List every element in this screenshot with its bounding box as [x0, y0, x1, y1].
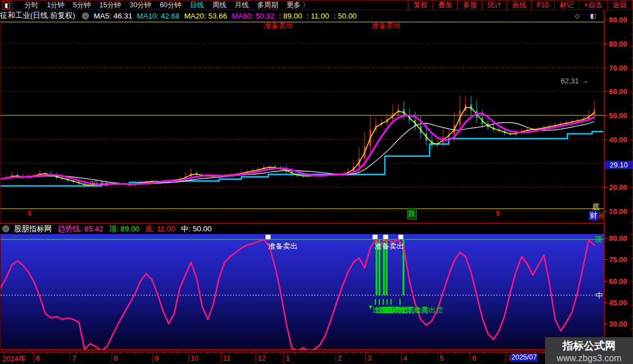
time-tick	[120, 352, 120, 354]
window-panel-icon[interactable]: ◧	[2, 1, 12, 10]
time-label-2: 6	[36, 354, 40, 362]
menu-item-10[interactable]: 多周期	[257, 1, 278, 10]
menu-item-4[interactable]: 15分钟	[99, 1, 121, 10]
tool-menu: 复权叠加多股统计画线F10标记+自选返回	[408, 1, 632, 10]
chart-corner-icons[interactable]: ◇ ◧	[575, 12, 601, 20]
time-tick	[83, 352, 84, 354]
tool-menu-item-4[interactable]: 统计	[482, 1, 506, 10]
axis-minor-tick	[630, 22, 632, 23]
tool-menu-item-7[interactable]: 标记	[554, 1, 579, 10]
ma-value-7: : 50.00	[334, 12, 357, 20]
time-label-10: 2	[338, 354, 342, 362]
collapse-chevron-icon[interactable]: ⌄	[2, 225, 10, 232]
axis-minor-tick	[630, 164, 632, 164]
time-tick	[455, 352, 455, 354]
watermark-url: www.zbgs3.com	[545, 353, 633, 363]
time-tick	[477, 352, 477, 354]
signal-tick	[387, 299, 388, 305]
menu-item-9[interactable]: 月线	[235, 1, 249, 10]
indicator-value-3: 顶: 89.00	[109, 225, 139, 233]
axis-minor-tick	[630, 116, 632, 117]
time-tick	[448, 352, 448, 354]
trend-oscillator-chart	[1, 234, 604, 350]
indicator-value-2: 趋势线: 85.42	[58, 225, 104, 233]
axis-minor-tick	[630, 69, 632, 70]
axis-minor-tick	[630, 105, 632, 105]
time-tick	[484, 352, 485, 354]
chart-annotation-2: 准备卖出	[371, 21, 401, 31]
time-tick	[164, 352, 164, 354]
tool-menu-item-5[interactable]: 画线	[506, 1, 531, 10]
menu-item-3[interactable]: 5分钟	[73, 1, 91, 10]
price-label: 50.00	[609, 111, 627, 120]
time-tick	[69, 352, 69, 354]
time-separator	[401, 352, 402, 363]
axis-minor-tick	[630, 46, 632, 46]
indicator-value-5: 中: 50.00	[181, 225, 212, 233]
axis-tick	[604, 302, 607, 303]
price-label: 90.00	[609, 16, 627, 24]
tool-menu-item-6[interactable]: F10	[531, 1, 554, 10]
price-axis: 90.0080.0070.0060.0050.0040.0020.0010.00…	[604, 10, 633, 353]
axis-minor-tick	[630, 246, 632, 246]
time-tick	[127, 352, 128, 354]
menu-item-8[interactable]: 周线	[212, 1, 226, 10]
time-tick	[411, 352, 412, 354]
indicator-axis-label: 30.00	[609, 320, 627, 328]
axis-tick	[604, 139, 607, 140]
time-tick	[382, 352, 383, 354]
top-level-label: 顶	[594, 235, 602, 245]
axis-tick	[604, 20, 607, 20]
price-label: 60.00	[609, 87, 627, 96]
menu-item-6[interactable]: 60分钟	[160, 1, 181, 10]
menu-item-2[interactable]: 1分钟	[46, 1, 64, 10]
time-tick	[236, 352, 237, 354]
ma-value-5: : 89.00	[279, 12, 302, 20]
time-label-14: 6	[472, 354, 476, 362]
axis-tick	[604, 44, 607, 44]
time-tick	[91, 352, 91, 354]
trading-app-window: ◧ 分时1分钟5分钟15分钟30分钟60分钟日线周线月线多周期更多 〉 复权叠加…	[0, 0, 633, 364]
time-separator	[283, 352, 284, 363]
main-chart-panel[interactable]: 准备卖出准备卖出62.31 →←20.43ŝ跌ŝ底财禄	[0, 21, 604, 223]
time-separator	[437, 352, 438, 363]
tool-menu-item-3[interactable]: 多股	[457, 1, 482, 10]
sell-signal-marker: ŝ	[496, 209, 500, 217]
watermark-site-name: 指标公式网	[545, 339, 633, 353]
axis-minor-tick	[630, 281, 632, 282]
stock-title[interactable]: 征和工业(日线.前复权)	[0, 11, 75, 21]
axis-minor-tick	[630, 93, 632, 94]
axis-minor-tick	[630, 234, 632, 235]
indicator-axis-label: 90.00	[609, 234, 627, 242]
sell-flag-marker	[266, 235, 271, 239]
axis-minor-tick	[630, 293, 632, 293]
sub-sell-label-1: 准备卖出	[268, 241, 297, 251]
time-tick	[47, 352, 48, 354]
menu-item-5[interactable]: 30分钟	[129, 1, 151, 10]
time-tick	[251, 352, 252, 354]
time-label-8: 12	[258, 354, 266, 362]
price-label: 20.00	[609, 183, 627, 192]
collapse-chevron-icon[interactable]: ⌄	[82, 12, 89, 20]
tool-menu-item-8[interactable]: +自选	[579, 1, 607, 10]
time-axis: 2024年678910111212345672025/07	[0, 352, 604, 362]
time-separator	[34, 352, 34, 363]
tool-menu-item-1[interactable]: 复权	[408, 1, 432, 10]
menu-item-1[interactable]: 分时	[24, 1, 38, 10]
axis-minor-tick	[630, 199, 632, 199]
time-label-7: 11	[223, 354, 231, 362]
axis-tick	[604, 68, 607, 68]
sell-flag-marker	[383, 235, 388, 239]
indicator-panel[interactable]: 准备卖出准备卖出▼逢高出货逢高出货逢高出货逢高出货逢高出货逢高出货逢高出货顶中	[0, 234, 604, 350]
time-tick	[171, 352, 171, 354]
axis-minor-tick	[630, 305, 632, 305]
tool-menu-item-2[interactable]: 叠加	[432, 1, 457, 10]
menu-item-7[interactable]: 日线	[190, 1, 204, 10]
axis-minor-tick	[630, 328, 632, 329]
time-tick	[62, 352, 62, 354]
tool-menu-item-9[interactable]: 返回	[607, 1, 632, 10]
axis-minor-tick	[630, 152, 632, 152]
period-menu: ◧ 分时1分钟5分钟15分钟30分钟60分钟日线周线月线多周期更多 〉	[0, 1, 310, 10]
time-tick	[353, 352, 353, 354]
menu-item-11[interactable]: 更多 〉	[287, 1, 310, 10]
